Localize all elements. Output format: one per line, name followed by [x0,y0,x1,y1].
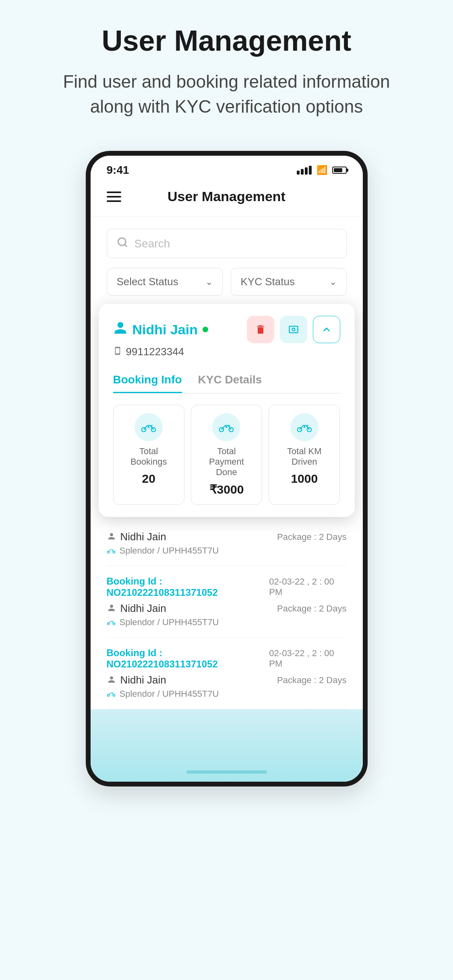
stat-value-km: 1000 [291,472,318,486]
filter-row: Select Status ⌄ KYC Status ⌄ [107,268,347,296]
booking-stats: Total Bookings 20 Total Payment Done ₹30… [113,405,340,505]
status-bar: 9:41 📶 [91,156,363,181]
stat-total-payment: Total Payment Done ₹3000 [191,405,262,505]
user-icon-small [107,531,116,543]
user-card-popup: Nidhi Jain [99,304,355,517]
vehicle-text: Splendor / UPHH455T7U [120,689,219,699]
stat-label-payment: Total Payment Done [199,446,254,478]
booking-user-row: Nidhi Jain Package : 2 Days [107,602,347,615]
app-header-title: User Management [121,189,332,204]
page-title: User Management [101,24,351,57]
booking-user-name: Nidhi Jain [120,674,166,686]
page-subtitle: Find user and booking related informatio… [46,69,408,119]
stat-total-km: Total KM Driven 1000 [269,405,340,505]
kyc-filter-dropdown[interactable]: KYC Status ⌄ [231,268,347,296]
online-status-dot [203,327,208,332]
booking-date: 02-03-22 , 2 : 00 PM [269,576,346,597]
booking-user-name: Nidhi Jain [120,531,166,543]
booking-vehicle-row: Splendor / UPHH455T7U [107,689,347,699]
user-card-header: Nidhi Jain [113,316,340,343]
hamburger-icon[interactable] [107,191,121,202]
stat-total-bookings: Total Bookings 20 [113,405,184,505]
vehicle-icon [107,617,116,628]
wifi-icon: 📶 [316,165,327,175]
list-item: Booking Id : NO210222108311371052 02-03-… [107,638,347,709]
vehicle-icon [107,546,116,556]
bike-icon-2 [212,413,240,441]
stat-value-payment: ₹3000 [209,482,244,496]
search-icon [117,237,128,251]
booking-list: Nidhi Jain Package : 2 Days Splendor / U… [91,521,363,709]
phone-icon [113,346,122,358]
user-phone-row: 9911223344 [113,346,340,358]
phone-frame: 9:41 📶 User Management Search [86,151,368,786]
collapse-button[interactable] [313,316,340,343]
booking-package: Package : 2 Days [277,603,346,614]
bike-icon-3 [290,413,319,441]
list-item: Booking Id : NO210222108311371052 02-03-… [107,566,347,638]
booking-vehicle-row: Splendor / UPHH455T7U [107,546,347,556]
tab-booking-info[interactable]: Booking Info [113,368,182,393]
card-tabs: Booking Info KYC Details [113,368,340,393]
battery-icon [332,167,347,174]
booking-package: Package : 2 Days [277,532,346,542]
booking-user-row: Nidhi Jain Package : 2 Days [107,674,347,686]
home-indicator [186,770,267,774]
kyc-filter-label: KYC Status [241,276,295,288]
user-phone-number: 9911223344 [126,346,184,358]
status-filter-dropdown[interactable]: Select Status ⌄ [107,268,223,296]
user-icon-small [107,603,116,614]
card-actions [247,316,340,343]
user-name-section: Nidhi Jain [113,321,208,339]
vehicle-icon [107,689,116,699]
app-header: User Management [91,181,363,217]
booking-date: 02-03-22 , 2 : 00 PM [269,648,346,669]
chevron-down-icon-2: ⌄ [329,277,337,287]
search-bar[interactable]: Search [107,229,347,258]
booking-package: Package : 2 Days [277,675,346,686]
signal-icon [297,166,312,175]
user-icon-small [107,675,116,686]
tab-kyc-details[interactable]: KYC Details [198,368,262,393]
booking-id-row: Booking Id : NO210222108311371052 02-03-… [107,647,347,670]
list-item: Nidhi Jain Package : 2 Days Splendor / U… [107,521,347,566]
booking-id: Booking Id : NO210222108311371052 [107,647,269,670]
booking-user-name: Nidhi Jain [120,602,166,615]
stat-label-bookings: Total Bookings [122,446,176,467]
search-placeholder-text: Search [134,237,170,250]
booking-id: Booking Id : NO210222108311371052 [107,576,269,598]
status-filter-label: Select Status [117,276,178,288]
vehicle-text: Splendor / UPHH455T7U [120,546,219,556]
phone-bottom-area [91,709,363,782]
status-icons: 📶 [297,165,347,175]
kyc-verify-button[interactable] [280,316,307,343]
vehicle-text: Splendor / UPHH455T7U [120,617,219,628]
svg-line-1 [124,245,126,247]
booking-user-row: Nidhi Jain Package : 2 Days [107,531,347,543]
delete-button[interactable] [247,316,274,343]
stat-label-km: Total KM Driven [277,446,331,467]
stat-value-bookings: 20 [142,472,155,486]
user-avatar-icon [113,321,128,339]
chevron-down-icon: ⌄ [205,277,213,287]
booking-id-row: Booking Id : NO210222108311371052 02-03-… [107,576,347,598]
booking-vehicle-row: Splendor / UPHH455T7U [107,617,347,628]
search-filter-section: Search Select Status ⌄ KYC Status ⌄ [91,217,363,308]
bike-icon-1 [134,413,163,441]
status-time: 9:41 [107,164,129,177]
user-name: Nidhi Jain [132,322,198,338]
